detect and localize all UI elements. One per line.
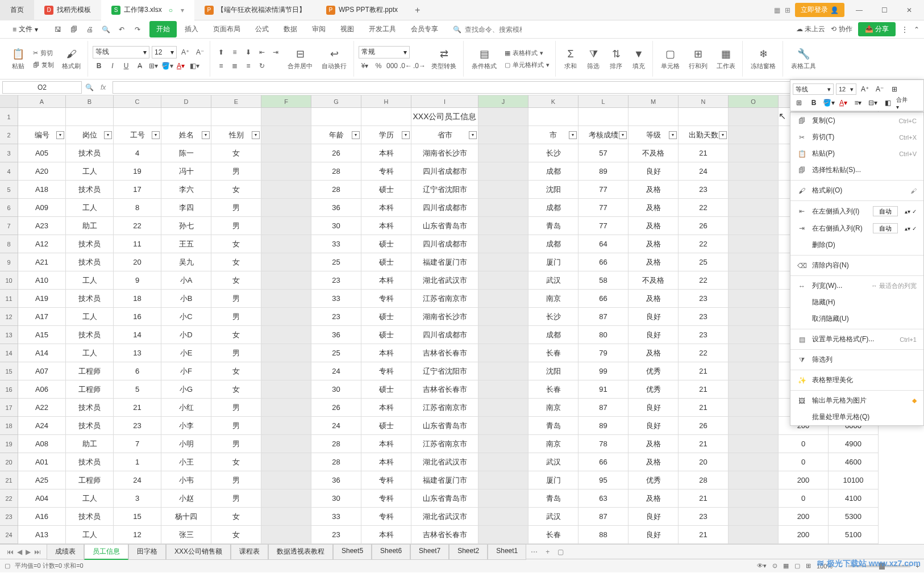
- cell[interactable]: [729, 453, 779, 471]
- ctx-paste-special[interactable]: 🗐选择性粘贴(S)...: [790, 162, 923, 178]
- currency-icon[interactable]: ¥▾: [359, 60, 371, 72]
- cell[interactable]: [261, 144, 311, 162]
- cell[interactable]: 5100: [829, 526, 879, 544]
- cell[interactable]: 20: [114, 253, 161, 271]
- cell[interactable]: A16: [18, 508, 66, 526]
- indent-inc-icon[interactable]: ⇥: [269, 46, 282, 58]
- cell[interactable]: 工人: [66, 526, 114, 544]
- cell[interactable]: 9: [114, 271, 161, 290]
- cell[interactable]: 30: [311, 489, 361, 508]
- row-header[interactable]: 11: [0, 290, 18, 308]
- align-bottom-icon[interactable]: ⬇: [242, 46, 255, 58]
- cell[interactable]: 57: [578, 144, 629, 162]
- bold-button[interactable]: B: [93, 60, 105, 72]
- freeze-button[interactable]: ❄冻结窗格: [747, 45, 779, 73]
- cell[interactable]: 年龄▾: [311, 126, 361, 144]
- cell[interactable]: [478, 399, 528, 417]
- cell[interactable]: 工人: [66, 271, 114, 290]
- filter-dropdown-icon[interactable]: ▾: [402, 131, 410, 139]
- cell[interactable]: 长春: [528, 526, 578, 544]
- save-as-icon[interactable]: 🗐: [68, 23, 80, 36]
- cell[interactable]: 良好: [629, 162, 679, 181]
- cell[interactable]: 小赵: [161, 489, 211, 508]
- cell[interactable]: [478, 471, 528, 489]
- cell[interactable]: 及格: [629, 453, 679, 471]
- cell[interactable]: [261, 526, 311, 544]
- cell[interactable]: 4900: [829, 435, 879, 453]
- cell[interactable]: 成都: [528, 326, 578, 344]
- cell[interactable]: 孙七: [161, 217, 211, 235]
- col-header-O[interactable]: O: [729, 95, 779, 107]
- cell[interactable]: [261, 326, 311, 344]
- cell[interactable]: 30: [311, 380, 361, 399]
- cell[interactable]: 25: [311, 253, 361, 271]
- cell[interactable]: 成都: [528, 235, 578, 253]
- sheet-tab-成绩表[interactable]: 成绩表: [47, 544, 84, 560]
- cell[interactable]: [261, 489, 311, 508]
- cell[interactable]: 30: [311, 217, 361, 235]
- cell[interactable]: 硕士: [361, 253, 411, 271]
- cell[interactable]: 性别▾: [211, 126, 261, 144]
- sheet-tab-Sheet1[interactable]: Sheet1: [488, 544, 526, 560]
- cell[interactable]: 男: [211, 435, 261, 453]
- cell[interactable]: 小红: [161, 399, 211, 417]
- cell[interactable]: 江苏省南京市: [411, 399, 478, 417]
- row-header[interactable]: 14: [0, 344, 18, 362]
- cell[interactable]: 58: [578, 271, 629, 290]
- cell[interactable]: 吴九: [161, 253, 211, 271]
- cell[interactable]: 小王: [161, 453, 211, 471]
- ctx-format-painter[interactable]: 🖌格式刷(O)🖌: [790, 182, 923, 199]
- cell[interactable]: XXX公司员工信息: [411, 108, 478, 126]
- cell[interactable]: 男: [211, 471, 261, 489]
- cell[interactable]: 本科: [361, 344, 411, 362]
- cell[interactable]: 88: [578, 526, 629, 544]
- cell[interactable]: 小F: [161, 362, 211, 380]
- tab-workbook[interactable]: S工作簿3.xlsx○▾: [101, 0, 194, 20]
- row-header[interactable]: 9: [0, 253, 18, 271]
- cell[interactable]: 专科: [361, 290, 411, 308]
- search-input[interactable]: [465, 26, 522, 34]
- undo-icon[interactable]: ↶: [115, 23, 128, 36]
- cell[interactable]: [729, 380, 779, 399]
- cell[interactable]: 市▾: [528, 126, 578, 144]
- cell[interactable]: 21: [679, 526, 729, 544]
- ctx-export-img[interactable]: 🖼输出单元格为图片◆: [790, 392, 923, 409]
- cell[interactable]: [161, 108, 211, 126]
- cell[interactable]: 77: [578, 199, 629, 217]
- cell[interactable]: A20: [18, 162, 66, 181]
- cell[interactable]: 本科: [361, 453, 411, 471]
- mini-font-shrink-icon[interactable]: A⁻: [873, 83, 886, 95]
- cell[interactable]: A17: [18, 308, 66, 326]
- sheet-list-icon[interactable]: ▢: [554, 548, 567, 556]
- cell[interactable]: [729, 362, 779, 380]
- row-header[interactable]: 17: [0, 399, 18, 417]
- cell[interactable]: [211, 108, 261, 126]
- cell[interactable]: 张三: [161, 526, 211, 544]
- cell[interactable]: 吉林省长春市: [411, 380, 478, 399]
- ctx-cell-format[interactable]: ▤设置单元格格式(F)...Ctrl+1: [790, 331, 923, 348]
- row-header[interactable]: 2: [0, 126, 18, 144]
- cell[interactable]: 及格: [629, 344, 679, 362]
- cell[interactable]: [729, 344, 779, 362]
- cell[interactable]: 女: [211, 253, 261, 271]
- cell[interactable]: [478, 126, 528, 144]
- cell[interactable]: 专科: [361, 489, 411, 508]
- fill-button[interactable]: ▼填充: [629, 45, 649, 73]
- cell[interactable]: [261, 235, 311, 253]
- ctx-hide[interactable]: 隐藏(H): [790, 294, 923, 311]
- align-top-icon[interactable]: ⬆: [215, 46, 227, 58]
- view-eye-icon[interactable]: 👁▾: [757, 562, 767, 570]
- cell[interactable]: 男: [211, 417, 261, 435]
- filter-dropdown-icon[interactable]: ▾: [469, 131, 477, 139]
- cell[interactable]: 200: [779, 526, 829, 544]
- cell[interactable]: 87: [578, 399, 629, 417]
- cell[interactable]: 0: [779, 489, 829, 508]
- cell[interactable]: [729, 217, 779, 235]
- cell[interactable]: 女: [211, 326, 261, 344]
- align-middle-icon[interactable]: ≡: [228, 46, 241, 58]
- dec-dec-icon[interactable]: .0→: [413, 60, 426, 72]
- cell[interactable]: 良好: [629, 308, 679, 326]
- cell[interactable]: 小明: [161, 435, 211, 453]
- tab-templates[interactable]: D找稻壳模板: [34, 0, 101, 20]
- cell[interactable]: 66: [578, 453, 629, 471]
